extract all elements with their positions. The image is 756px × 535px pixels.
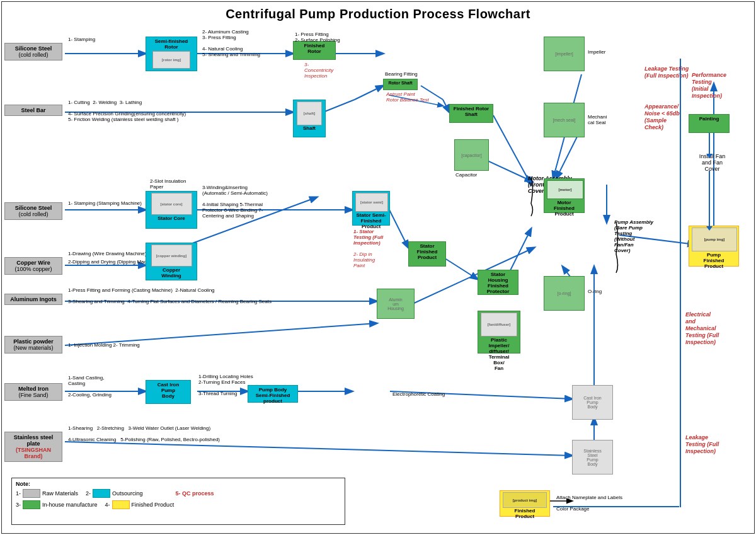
- label-performance-testing: PerformanceTesting(InitialInspection): [692, 71, 748, 99]
- proc-shaft: [shaft] Shaft: [293, 100, 326, 137]
- raw-mat-aluminum-ingots: Aluminum Ingots: [4, 294, 62, 305]
- img-cast-iron-pump-body: Cast IronPumpBody: [572, 385, 613, 420]
- label-pump-assembly: Pump Assembly(Bare PumpTesting(WithoutFa…: [614, 219, 680, 253]
- svg-line-24: [65, 442, 572, 456]
- line-right-down: [680, 268, 681, 507]
- proc-copper-winding: [copper winding] CopperWinding: [146, 243, 197, 280]
- proc-text-stator-testing: 1- StatorTesting (FullInspection)2- Dip …: [353, 229, 383, 268]
- label-capacitor: Capacitor: [455, 172, 477, 178]
- label-elec-mech-testing: ElectricalandMechanicalTesting (FullInsp…: [685, 311, 742, 345]
- page-title: Centrifugal Pump Production Process Flow…: [2, 2, 754, 24]
- proc-stator-housing: StatorHousingFinishedProtector: [478, 270, 518, 295]
- raw-mat-plastic-powder: Plastic powder(New materials): [4, 336, 62, 354]
- raw-mat-silicone-steel-1: Silicone Steel(cold rolled): [4, 43, 62, 60]
- proc-painting: Painting: [689, 114, 730, 133]
- proc-text-bearing-fitting: Bearing Fitting: [385, 71, 418, 77]
- proc-text-drilling: 1-Drilling Locating Holes2-Turning End F…: [198, 374, 253, 396]
- svg-line-15: [443, 257, 478, 279]
- legend-box: Note: 1- Raw Materials 2- Outsourcing 5-…: [11, 478, 345, 525]
- proc-text-injection-molding: 1- Injection Molding 2- Trimming: [68, 342, 140, 348]
- proc-cast-iron-pump-body: Cast IronPumpBody: [146, 380, 191, 404]
- proc-finished-rotor-shaft: Finished RotorShaft: [449, 104, 493, 123]
- svg-line-5: [355, 86, 383, 100]
- label-impeller: Impeller: [588, 49, 605, 55]
- proc-text-slot-insulation: 2-Slot InsulationPaper: [150, 178, 186, 190]
- proc-text-rotor-balance: Antrust PaintRotor Balance Test: [386, 91, 429, 103]
- proc-pump-finished: [pump img] PumpFinishedProduct: [689, 226, 739, 267]
- proc-finished-rotor: FinishedRotor: [293, 41, 336, 60]
- img-oring: [o-ring]: [544, 276, 585, 311]
- proc-plastic-impeller: [fan/diffuser] PlasticImpeller/diffuser/…: [478, 311, 520, 354]
- label-leakage-testing-top: Leakage Testing(Full Inspection): [644, 65, 695, 79]
- img-impeller: [impeller]: [544, 37, 585, 71]
- proc-text-stamping: 1- Stamping: [68, 37, 95, 42]
- raw-mat-melted-iron: Melted Iron(Fine Sand): [4, 383, 62, 401]
- raw-mat-stainless-steel: Stainless steel plate(TSINGSHAN Brand): [4, 432, 62, 462]
- svg-line-9: [493, 115, 531, 185]
- proc-rotor-shaft: Rotor Shaft: [383, 79, 418, 90]
- label-oring: O-ring: [588, 289, 602, 294]
- svg-line-7: [443, 100, 449, 112]
- proc-pump-body-semi: Pump BodySemi-Finished product: [248, 385, 298, 403]
- legend-outsourcing: Outsourcing: [112, 490, 143, 497]
- proc-text-concentricity: 3-ConcentricityInspection: [304, 62, 333, 79]
- main-container: Centrifugal Pump Production Process Flow…: [1, 1, 755, 534]
- legend-raw-materials: Raw Materials: [42, 490, 78, 497]
- proc-stator-finished: StatorFinishedProduct: [408, 241, 446, 267]
- svg-line-12: [389, 210, 408, 248]
- line-painting-to-fan: [709, 133, 710, 155]
- svg-line-4: [323, 100, 355, 112]
- img-mech-seal: [mech seal]: [544, 103, 585, 137]
- proc-stator-core: [stator core] Stator Core: [146, 191, 197, 229]
- svg-line-29: [482, 158, 532, 181]
- legend-finished-product: Finished Product: [132, 502, 175, 508]
- legend-inhouse: In-house manufacture: [42, 502, 98, 508]
- proc-finished-product-bottom: [product img] FinishedProduct: [500, 490, 550, 517]
- proc-text-electrophoretic: Electrophoretic Coating: [392, 391, 445, 397]
- img-capacitor: [capacitor]: [454, 139, 489, 171]
- raw-mat-steel-bar: Steel Bar: [4, 105, 62, 116]
- proc-text-shearing: 1-Shearing 2-Stretching 3-Weld Water Out…: [68, 425, 220, 442]
- label-attach-nameplate: Attach Nameplate and Labels: [556, 495, 622, 500]
- label-appearance-noise: Appearance/Noise < 65db(SampleCheck): [644, 103, 695, 130]
- label-leakage-testing-bottom: LeakageTesting (FullInspection): [685, 434, 742, 454]
- img-aluminum-housing: AluminumHousing: [377, 289, 415, 319]
- proc-motor-finished: [motor] MotorFinishedProduct: [544, 178, 585, 213]
- proc-text-sand-casting: 1-Sand Casting,Casting2-Cooling, Grindin…: [68, 375, 112, 398]
- proc-text-cutting: 1- Cutting 2- Welding 3- Lathing4- Surfa…: [68, 100, 186, 122]
- proc-text-alum-casting: 2- Aluminum Casting3- Press Fitting4- Na…: [202, 29, 260, 57]
- proc-text-press-fitting-forming: 1-Press Fitting and Forming (Casting Mac…: [68, 287, 272, 304]
- proc-text-winding: 3-Winding&Inserting(Automatic / Semi-Aut…: [202, 185, 268, 219]
- proc-text-press-fitting: 1- Press Fitting2- Surface Polishing: [295, 32, 340, 43]
- line-fan-to-pump: [709, 171, 710, 227]
- img-stainless-pump-body: StainlessSteelPumpBody: [572, 440, 613, 475]
- proc-text-drawing: 1-Drawing (Wire Drawing Machine): [68, 251, 146, 256]
- label-mech-seal: Mechanical Seal: [588, 114, 607, 125]
- proc-semi-finished-rotor: Semi-finishedRotor [rotor img]: [146, 37, 197, 71]
- proc-text-stator-stamping: 1- Stamping (Stamping Machine): [68, 200, 142, 206]
- proc-text-dipping: 2-Dipping and Drying (Dipping Machine): [68, 259, 158, 265]
- line-bottom-h: [553, 506, 679, 507]
- proc-stator-semi-finished: [stator semi] Stator Semi-Finished Produ…: [352, 191, 390, 226]
- raw-mat-silicone-steel-2: Silicone Steel(cold rolled): [4, 202, 62, 220]
- raw-mat-copper-wire: Copper Wire(100% copper): [4, 257, 62, 275]
